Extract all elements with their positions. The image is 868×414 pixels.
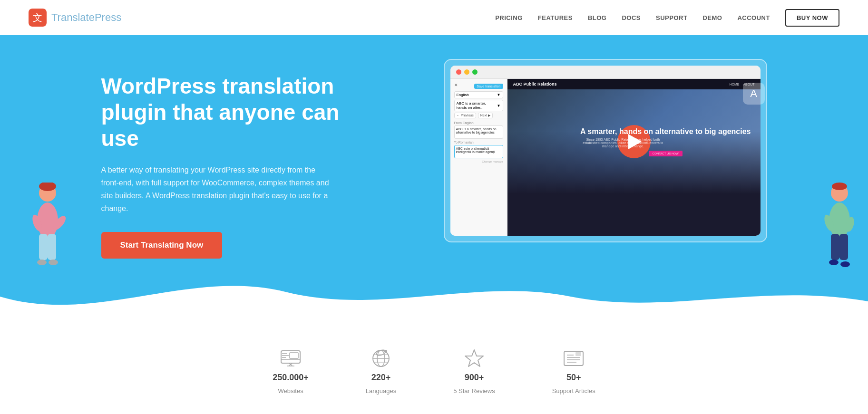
svg-rect-12 (831, 234, 839, 260)
svg-point-33 (384, 350, 387, 353)
dot-yellow (464, 69, 469, 75)
logo-bold-text: Translate (51, 11, 95, 23)
nav-account[interactable]: ACCOUNT (737, 14, 770, 21)
stat-articles: 50+ Support Articles (552, 349, 595, 395)
logo-area: 文 TranslatePress (29, 9, 121, 27)
site-headline: A smarter, hands on alternative to big a… (580, 127, 751, 136)
from-label: From English (454, 121, 503, 125)
site-subtext: Since 1993 ABC Public Relations has help… (580, 138, 666, 148)
nav-demo[interactable]: DEMO (702, 14, 722, 21)
to-text[interactable]: ABC este o alternativă inteligentă la ma… (454, 145, 503, 158)
stat-languages: 220+ Languages (366, 349, 396, 395)
browser-bar (450, 66, 761, 79)
stats-section: 250.000+ Websites 220+ Languages (0, 325, 868, 409)
dot-green (472, 69, 478, 75)
hero-left: WordPress translation plugin that anyone… (101, 64, 358, 259)
logo-icon: 文 (29, 9, 47, 27)
from-text: ABC is a smarter, hands on alternative t… (454, 125, 503, 139)
change-manage[interactable]: Change manage (454, 160, 503, 163)
main-nav: PRICING FEATURES BLOG DOCS SUPPORT DEMO … (495, 9, 839, 27)
site-nav-home: HOME (729, 83, 739, 86)
svg-rect-40 (575, 352, 581, 356)
browser-content: ✕ Save translation English ▼ ABC is a sm… (450, 79, 761, 236)
svg-point-17 (840, 261, 850, 267)
stat-languages-label: Languages (366, 387, 396, 395)
nav-support[interactable]: SUPPORT (656, 14, 687, 21)
site-preview: ABC Public Relations HOME ABOUT (507, 79, 761, 236)
person-right (820, 183, 858, 278)
stats-grid: 250.000+ Websites 220+ Languages (29, 349, 839, 395)
person-left (29, 183, 67, 278)
svg-rect-3 (39, 234, 48, 260)
svg-point-16 (829, 260, 839, 265)
float-letter-icon: A (743, 83, 765, 105)
translation-panel: ✕ Save translation English ▼ ABC is a sm… (450, 79, 507, 236)
prev-button[interactable]: ← Previous (454, 113, 476, 118)
svg-marker-34 (465, 350, 483, 366)
stat-reviews-number: 900+ (465, 373, 484, 383)
svg-point-7 (37, 260, 47, 265)
dropdown-arrow: ▼ (497, 93, 501, 97)
string-dropdown-arrow: ▼ (497, 104, 501, 108)
wave-divider (0, 268, 868, 325)
stat-websites: 250.000+ Websites (273, 349, 309, 395)
start-translating-button[interactable]: Start Translating Now (101, 232, 223, 259)
articles-icon (562, 349, 585, 368)
stat-languages-number: 220+ (371, 373, 391, 383)
nav-blog[interactable]: BLOG (588, 14, 607, 21)
buy-now-button[interactable]: BUY NOW (785, 9, 839, 27)
svg-point-8 (49, 260, 58, 265)
svg-rect-23 (290, 353, 298, 358)
hero-description: A better way of translating your WordPre… (101, 164, 330, 215)
panel-nav: ← Previous Next ▶ (454, 113, 503, 118)
stat-websites-number: 250.000+ (273, 373, 309, 383)
nav-docs[interactable]: DOCS (622, 14, 641, 21)
nav-pricing[interactable]: PRICING (495, 14, 523, 21)
next-button[interactable]: Next ▶ (478, 113, 493, 118)
stat-reviews: 900+ 5 Star Reviews (453, 349, 495, 395)
site-nav: ABC Public Relations HOME ABOUT (507, 79, 761, 89)
browser-inner: ✕ Save translation English ▼ ABC is a sm… (450, 66, 761, 236)
stat-reviews-label: 5 Star Reviews (453, 387, 495, 395)
language-value: English (457, 93, 469, 97)
panel-close-x[interactable]: ✕ (454, 83, 458, 87)
hero-right: 文 ✕ Save transl (444, 64, 767, 242)
stat-websites-label: Websites (278, 387, 303, 395)
site-contact-btn[interactable]: CONTACT US NOW (649, 151, 683, 156)
site-text-overlay: A smarter, hands on alternative to big a… (580, 127, 751, 156)
site-logo: ABC Public Relations (513, 82, 557, 87)
language-dropdown[interactable]: English ▼ (454, 91, 503, 98)
string-dropdown[interactable]: ABC is a smarter, hands on alter... ▼ (454, 100, 503, 111)
monitor-icon (279, 349, 302, 368)
svg-rect-13 (839, 234, 848, 260)
site-hero-bg: A smarter, hands on alternative to big a… (507, 89, 761, 194)
logo-light-text: Press (95, 11, 121, 23)
save-translation-btn[interactable]: Save translation (474, 84, 503, 89)
hero-section: WordPress translation plugin that anyone… (0, 35, 868, 325)
svg-rect-4 (48, 234, 56, 260)
to-label: To Romanian (454, 141, 503, 144)
browser-outer: ✕ Save translation English ▼ ABC is a sm… (444, 59, 767, 242)
string-value: ABC is a smarter, hands on alter... (457, 101, 497, 110)
logo-text: TranslatePress (51, 11, 121, 24)
header: 文 TranslatePress PRICING FEATURES BLOG D… (0, 0, 868, 35)
dot-red (456, 69, 461, 75)
globe-icon (369, 349, 393, 368)
svg-point-10 (832, 183, 847, 190)
stat-articles-number: 50+ (566, 373, 581, 383)
stat-articles-label: Support Articles (552, 387, 595, 395)
hero-title: WordPress translation plugin that anyone… (101, 73, 358, 152)
nav-features[interactable]: FEATURES (538, 14, 573, 21)
star-icon (462, 349, 486, 368)
